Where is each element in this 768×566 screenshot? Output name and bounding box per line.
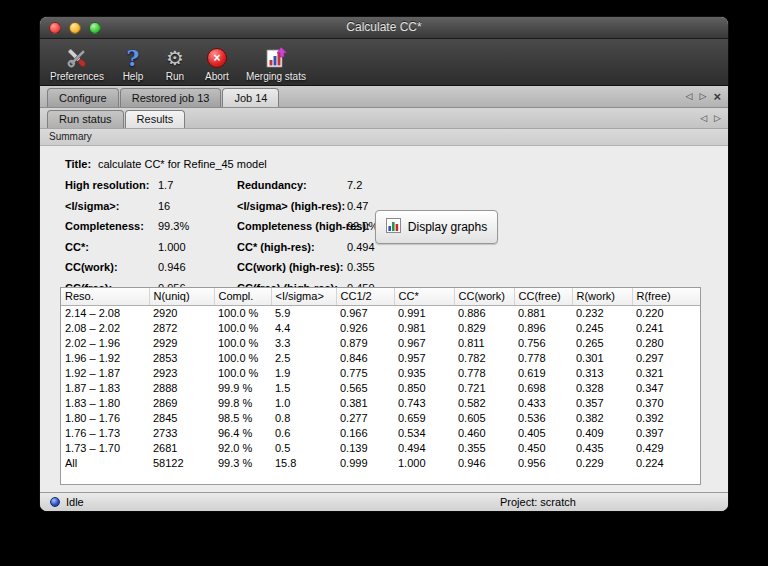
table-cell: 0.220	[632, 305, 701, 320]
table-cell: 0.139	[336, 440, 394, 455]
run-icon: ⚙	[162, 45, 188, 70]
table-cell: 1.92 – 1.87	[61, 365, 149, 380]
table-cell: 0.999	[336, 455, 394, 470]
scroll-tabs-right-icon[interactable]: ▷	[699, 92, 706, 101]
titlebar[interactable]: Calculate CC*	[40, 17, 728, 39]
table-row[interactable]: 2.08 – 2.022872100.0 %4.40.9260.9810.829…	[61, 320, 701, 335]
table-cell: 0.946	[454, 455, 514, 470]
toolbar-button-preferences[interactable]: Preferences	[50, 45, 104, 82]
column-header-i-sigma[interactable]: <I/sigma>	[271, 288, 336, 305]
table-cell: 0.536	[514, 410, 572, 425]
results-tab-bar: Run statusResults◁▷	[40, 108, 728, 129]
bar-chart-icon	[386, 218, 401, 236]
column-header-n-uniq[interactable]: N(uniq)	[149, 288, 214, 305]
table-row[interactable]: All5812299.3 %15.80.9991.0000.9460.9560.…	[61, 455, 701, 470]
toolbar-button-abort[interactable]: ×Abort	[204, 45, 230, 82]
table-row[interactable]: 1.87 – 1.83288899.9 %1.50.5650.8500.7210…	[61, 380, 701, 395]
summary-value: 99.3%	[158, 216, 237, 237]
table-cell: 99.9 %	[214, 380, 271, 395]
minimize-window-button[interactable]	[69, 22, 81, 34]
scroll-tabs-left-icon[interactable]: ◁	[686, 92, 693, 101]
column-header-r-free[interactable]: R(free)	[632, 288, 701, 305]
column-header-cc-free[interactable]: CC(free)	[514, 288, 572, 305]
table-cell: 0.355	[454, 440, 514, 455]
table-cell: 100.0 %	[214, 365, 271, 380]
table-cell: 15.8	[271, 455, 336, 470]
scroll-tabs-left-icon[interactable]: ◁	[700, 114, 707, 123]
column-header-compl[interactable]: Compl.	[214, 288, 271, 305]
toolbar-button-help[interactable]: ?Help	[120, 45, 146, 82]
table-row[interactable]: 1.83 – 1.80286999.8 %1.00.3810.7430.5820…	[61, 395, 701, 410]
toolbar-button-run[interactable]: ⚙Run	[162, 45, 188, 82]
close-window-button[interactable]	[49, 22, 61, 34]
close-tab-icon[interactable]: ×	[713, 90, 721, 103]
toolbar-button-merging-stats[interactable]: Merging stats	[246, 45, 306, 82]
merging-stats-icon	[263, 45, 289, 70]
table-cell: 0.957	[394, 350, 454, 365]
tab-run-status[interactable]: Run status	[47, 110, 124, 128]
app-window: Calculate CC* Preferences?Help⚙Run×Abort…	[40, 17, 728, 511]
tab-configure[interactable]: Configure	[47, 88, 119, 107]
tab-restored-job-13[interactable]: Restored job 13	[120, 88, 222, 107]
column-header-reso[interactable]: Reso.	[61, 288, 149, 305]
table-cell: 0.659	[394, 410, 454, 425]
table-cell: 1.80 – 1.76	[61, 410, 149, 425]
display-graphs-button[interactable]: Display graphs	[375, 210, 498, 244]
summary-label: CC(work):	[65, 257, 158, 278]
table-cell: 0.991	[394, 305, 454, 320]
summary-value: 1.000	[158, 237, 237, 258]
table-row[interactable]: 2.02 – 1.962929100.0 %3.30.8790.9670.811…	[61, 335, 701, 350]
zoom-window-button[interactable]	[89, 22, 101, 34]
table-cell: 0.166	[336, 425, 394, 440]
statistics-table: Reso.N(uniq)Compl.<I/sigma>CC1/2CC*CC(wo…	[61, 288, 701, 470]
summary-label: High resolution:	[65, 175, 158, 196]
scroll-tabs-right-icon[interactable]: ▷	[714, 114, 721, 123]
tab-results[interactable]: Results	[125, 110, 186, 128]
table-cell: 0.224	[632, 455, 701, 470]
summary-value: 0.355	[347, 257, 505, 278]
table-cell: 2888	[149, 380, 214, 395]
table-cell: 0.886	[454, 305, 514, 320]
column-header-r-work[interactable]: R(work)	[572, 288, 632, 305]
table-cell: 0.605	[454, 410, 514, 425]
preferences-icon	[64, 45, 90, 70]
table-cell: 0.405	[514, 425, 572, 440]
table-cell: 0.494	[394, 440, 454, 455]
column-header-cc[interactable]: CC*	[394, 288, 454, 305]
table-cell: 2845	[149, 410, 214, 425]
table-cell: 0.277	[336, 410, 394, 425]
column-header-cc-work[interactable]: CC(work)	[454, 288, 514, 305]
table-cell: 0.280	[632, 335, 701, 350]
table-row[interactable]: 1.96 – 1.922853100.0 %2.50.8460.9570.782…	[61, 350, 701, 365]
table-row[interactable]: 1.76 – 1.73273396.4 %0.60.1660.5340.4600…	[61, 425, 701, 440]
tab-job-14[interactable]: Job 14	[222, 88, 279, 107]
status-text: Idle	[66, 496, 84, 508]
statusbar: Idle Project: scratch	[40, 492, 728, 511]
toolbar-button-label: Help	[123, 71, 144, 82]
table-cell: 5.9	[271, 305, 336, 320]
table-cell: 2681	[149, 440, 214, 455]
summary-value: 0.946	[158, 257, 237, 278]
summary-title-label: Title:	[65, 158, 98, 170]
table-cell: 0.881	[514, 305, 572, 320]
tab-scroll-controls: ◁▷×	[686, 86, 721, 107]
table-cell: 0.967	[394, 335, 454, 350]
table-row[interactable]: 1.80 – 1.76284598.5 %0.80.2770.6590.6050…	[61, 410, 701, 425]
table-cell: 0.347	[632, 380, 701, 395]
table-cell: 2.02 – 1.96	[61, 335, 149, 350]
table-row[interactable]: 2.14 – 2.082920100.0 %5.90.9670.9910.886…	[61, 305, 701, 320]
table-cell: 0.321	[632, 365, 701, 380]
table-cell: 0.265	[572, 335, 632, 350]
table-cell: 2.14 – 2.08	[61, 305, 149, 320]
results-pane: Title: calculate CC* for Refine_45 model…	[40, 146, 728, 492]
table-cell: 0.879	[336, 335, 394, 350]
desktop: { "window": { "title": "Calculate CC*" }…	[0, 0, 768, 566]
table-cell: 100.0 %	[214, 305, 271, 320]
table-row[interactable]: 1.92 – 1.872923100.0 %1.90.7750.9350.778…	[61, 365, 701, 380]
table-cell: 0.450	[514, 440, 572, 455]
table-cell: 0.5	[271, 440, 336, 455]
column-header-cc1-2[interactable]: CC1/2	[336, 288, 394, 305]
table-cell: 0.370	[632, 395, 701, 410]
table-row[interactable]: 1.73 – 1.70268192.0 %0.50.1390.4940.3550…	[61, 440, 701, 455]
table-cell: 0.460	[454, 425, 514, 440]
